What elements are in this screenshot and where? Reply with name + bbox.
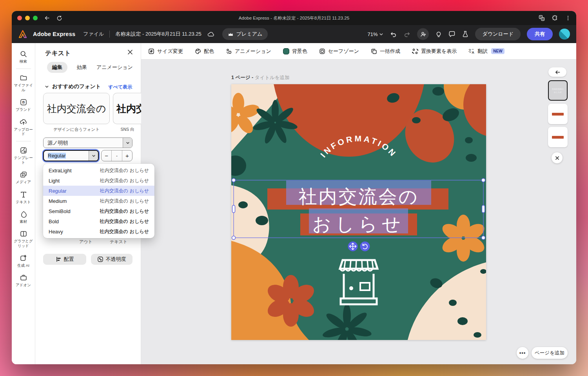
selection-handle-bottom-left[interactable] <box>232 236 236 240</box>
sidebar-item-addons[interactable]: アドオン <box>13 274 34 287</box>
menu-file[interactable]: ファイル <box>83 31 104 38</box>
font-family-select[interactable]: 源ノ明朝 <box>43 137 132 148</box>
tab-animation[interactable]: アニメーション <box>96 64 133 71</box>
bulk-create-button[interactable]: 一括作成 <box>371 48 400 55</box>
lightbulb-icon[interactable] <box>435 31 442 38</box>
selection-handle-right[interactable] <box>482 205 485 213</box>
font-weight-value: Regular <box>48 153 66 159</box>
background-color-button[interactable]: 背景色 <box>283 48 307 55</box>
weight-option-extralight[interactable]: ExtraLight社内交流会の おしらせ <box>43 165 154 175</box>
font-weight-select[interactable]: Regular <box>43 150 99 161</box>
translate-button[interactable]: 文A 翻訳 NEW <box>468 48 504 55</box>
recommended-fonts-header[interactable]: おすすめのフォント <box>45 83 101 90</box>
brand-icon: B <box>20 98 27 106</box>
browser-back-icon[interactable] <box>44 15 50 21</box>
weight-option-medium[interactable]: Medium社内交流会の おしらせ <box>43 196 154 206</box>
chevron-down-icon <box>45 85 49 89</box>
more-options-button[interactable]: ••• <box>517 347 528 359</box>
sidebar-item-upload[interactable]: アップロード <box>13 118 34 136</box>
download-label: ダウンロード <box>482 31 514 38</box>
resize-button[interactable]: サイズ変更 <box>148 48 183 55</box>
document-title[interactable]: 名称未設定 - 2025年8月21日 11.23.25 <box>115 31 201 38</box>
deselect-button[interactable] <box>552 152 563 163</box>
animation-button[interactable]: アニメーション <box>226 48 271 55</box>
thumbnail-bar <box>552 113 564 116</box>
page-thumbnail-2[interactable] <box>548 104 568 124</box>
weight-option-semibold[interactable]: SemiBold社内交流会の おしらせ <box>43 206 154 216</box>
undo-icon[interactable] <box>390 31 397 38</box>
adobe-express-logo-icon[interactable] <box>18 29 27 39</box>
alignment-button[interactable]: 配置 <box>43 254 86 265</box>
font-size-increase-button[interactable]: + <box>122 150 132 161</box>
share-button[interactable]: 共有 <box>527 28 553 40</box>
palette-icon <box>195 48 201 54</box>
add-page-button[interactable]: ページを追加 <box>532 347 568 359</box>
premium-button[interactable]: プレミアム <box>222 28 268 40</box>
font-card-design-match[interactable]: 社内交流会の <box>43 93 110 124</box>
rotate-button[interactable] <box>360 242 370 251</box>
svg-text:文: 文 <box>468 49 472 52</box>
panel-close-icon[interactable] <box>127 49 133 55</box>
safe-zone-icon <box>319 48 325 54</box>
chevron-down-icon <box>379 32 383 36</box>
comment-icon[interactable] <box>448 31 456 38</box>
redo-icon[interactable] <box>403 31 411 38</box>
show-all-link[interactable]: すべて表示 <box>108 84 132 90</box>
sidebar-item-templates[interactable]: テンプレート <box>13 146 34 164</box>
weight-option-bold[interactable]: Bold社内交流会の おしらせ <box>43 216 154 226</box>
download-button[interactable]: ダウンロード <box>475 28 521 40</box>
account-avatar[interactable] <box>559 29 570 40</box>
font-card-sns[interactable]: 社内交 <box>113 93 141 124</box>
maximize-window-button[interactable] <box>33 16 38 20</box>
header-divider <box>109 31 110 38</box>
sidebar-item-elements[interactable]: 素材 <box>13 210 34 224</box>
safe-zone-button[interactable]: セーフゾーン <box>319 48 359 55</box>
zoom-control[interactable]: 71% <box>367 31 383 37</box>
headline-line1[interactable]: 社内交流会の <box>298 186 419 207</box>
chevron-down-icon <box>123 138 132 148</box>
sidebar-item-media[interactable]: メディア <box>13 171 34 184</box>
thumbnail-bar <box>552 136 564 139</box>
browser-reload-icon[interactable] <box>56 15 62 21</box>
font-size-value[interactable]: - <box>111 150 122 161</box>
collapse-pages-button[interactable] <box>548 67 566 77</box>
browser-translate-icon[interactable]: A文 <box>539 15 545 21</box>
beta-flask-icon[interactable] <box>462 31 469 38</box>
close-window-button[interactable] <box>17 16 22 20</box>
move-button[interactable] <box>348 242 358 251</box>
selection-handle-bottom-right[interactable] <box>482 236 485 240</box>
design-canvas[interactable]: INFORMATION 社内交流会の おしらせ <box>231 84 486 340</box>
selection-handle-left[interactable] <box>232 205 235 213</box>
page-label[interactable]: 1 ページ - タイトルを追加 <box>231 74 290 81</box>
page-thumbnail-3[interactable] <box>548 127 568 147</box>
font-size-decrease-button[interactable]: − <box>102 150 111 161</box>
color-scheme-button[interactable]: 配色 <box>195 48 214 55</box>
sidebar-item-brand[interactable]: B ブランド <box>13 98 34 112</box>
sidebar-item-generative-ai[interactable]: 生成 AI <box>13 254 34 268</box>
canvas-area: サイズ変更 配色 アニメーション 背景色 セーフゾーン <box>141 43 576 364</box>
tab-effects[interactable]: 効果 <box>77 64 87 71</box>
add-collaborator-button[interactable] <box>417 28 429 40</box>
opacity-button[interactable]: 不透明度 <box>91 254 132 265</box>
tab-edit[interactable]: 編集 <box>47 62 67 73</box>
sidebar-item-text[interactable]: テキスト <box>13 191 34 204</box>
sidebar-item-search[interactable]: 検索 <box>13 50 34 63</box>
weight-option-regular[interactable]: Regular社内交流会の おしらせ <box>43 186 154 196</box>
browser-extensions-icon[interactable] <box>552 15 558 21</box>
sidebar-item-my-files[interactable]: マイファイル <box>13 74 34 92</box>
folder-icon <box>20 74 27 82</box>
share-label: 共有 <box>535 31 545 38</box>
sidebar-item-grids[interactable]: グラフとグリッド <box>13 230 34 248</box>
panel-tabs: 編集 効果 アニメーション <box>47 62 133 73</box>
minimize-window-button[interactable] <box>25 16 30 20</box>
headline-line2[interactable]: おしらせ <box>312 213 405 235</box>
weight-option-heavy[interactable]: Heavy社内交流会の おしらせ <box>43 226 154 237</box>
selection-handle-top-left[interactable] <box>232 179 236 182</box>
cloud-sync-icon[interactable] <box>207 31 214 38</box>
show-replace-elements-button[interactable]: 置換要素を表示 <box>412 48 457 55</box>
weight-option-light[interactable]: Light社内交流会の おしらせ <box>43 175 154 186</box>
page-thumbnail-current[interactable]: 社内交流会の おしらせ <box>548 80 568 101</box>
sparkle-ai-icon <box>20 254 27 262</box>
selection-handle-top-right[interactable] <box>482 179 485 182</box>
browser-menu-kebab-icon[interactable] <box>565 15 571 21</box>
